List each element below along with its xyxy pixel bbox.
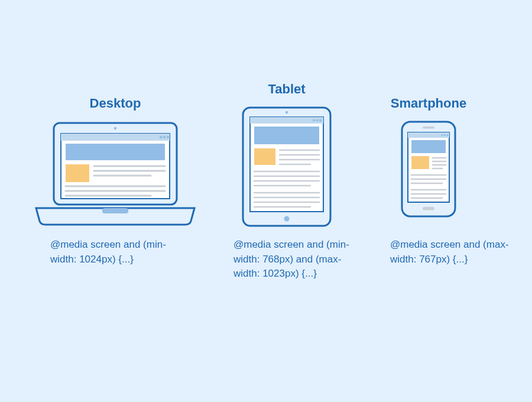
device-desktop: Desktop — [33, 96, 198, 229]
svg-rect-39 — [423, 127, 434, 129]
svg-rect-3 — [61, 134, 170, 141]
svg-rect-57 — [423, 207, 434, 210]
svg-point-19 — [313, 119, 315, 122]
desktop-caption: @media screen and (min-width: 1024px) {.… — [50, 238, 180, 267]
svg-rect-23 — [254, 148, 275, 165]
tablet-icon — [239, 105, 334, 229]
smartphone-caption: @media screen and (max-width: 767px) {..… — [390, 238, 520, 267]
desktop-title: Desktop — [33, 96, 198, 111]
tablet-caption: @media screen and (min-width: 768px) and… — [233, 238, 364, 281]
svg-rect-22 — [254, 127, 319, 144]
svg-rect-7 — [66, 144, 165, 160]
device-smartphone: Smartphone — [384, 96, 473, 220]
svg-point-4 — [160, 136, 162, 138]
svg-point-5 — [163, 136, 166, 138]
svg-rect-8 — [66, 164, 89, 182]
laptop-icon — [33, 119, 198, 229]
svg-point-21 — [319, 119, 322, 122]
smartphone-title: Smartphone — [384, 96, 473, 111]
svg-rect-45 — [411, 140, 446, 153]
svg-rect-46 — [411, 156, 429, 169]
svg-point-6 — [167, 136, 169, 138]
svg-rect-18 — [250, 117, 323, 124]
svg-point-43 — [444, 134, 446, 136]
smartphone-icon — [396, 119, 461, 220]
device-tablet: Tablet — [236, 82, 337, 229]
svg-point-37 — [284, 216, 290, 222]
tablet-title: Tablet — [236, 82, 337, 97]
svg-rect-15 — [102, 208, 128, 213]
svg-point-20 — [316, 119, 319, 122]
svg-point-42 — [441, 134, 443, 136]
svg-point-1 — [114, 127, 116, 129]
svg-point-44 — [446, 134, 448, 136]
svg-point-36 — [286, 111, 288, 114]
